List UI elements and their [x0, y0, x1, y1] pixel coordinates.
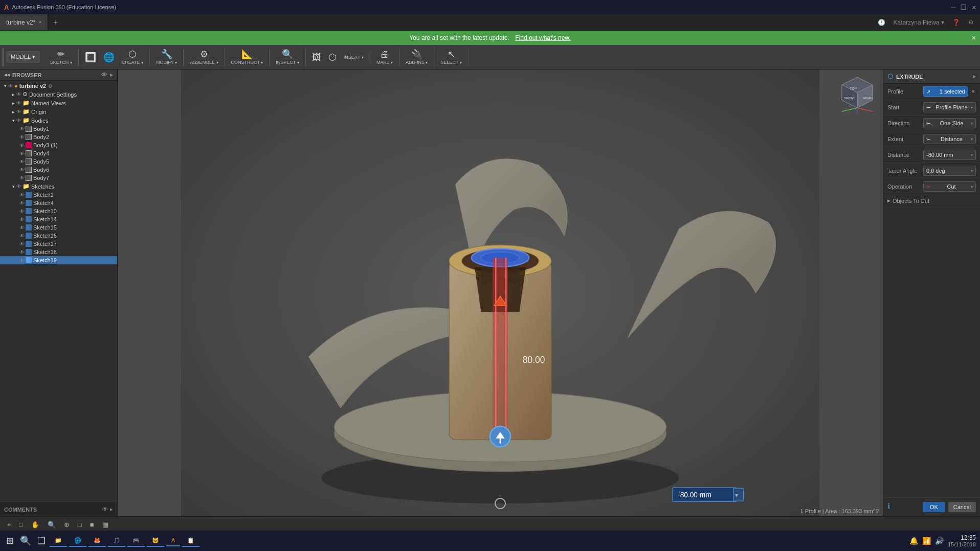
3d-viewport-canvas[interactable]: 80.00 -80.00 mm ▾	[118, 70, 883, 516]
eye-sketch10[interactable]: 👁	[19, 209, 25, 214]
create-surface-button[interactable]: 🌐	[100, 52, 118, 63]
tree-item-body1[interactable]: 👁 Body1	[0, 125, 117, 133]
addins-button[interactable]: 🔌 ADD-INS ▾	[403, 49, 431, 66]
tree-item-sketch19[interactable]: 👁 Sketch19	[0, 256, 117, 264]
taskbar-notepad[interactable]: 📋	[182, 535, 199, 547]
tab-close-button[interactable]: ×	[38, 19, 41, 25]
operation-value[interactable]: ✂ Cut ▾	[923, 181, 976, 192]
taskbar-edge[interactable]: 🌐	[69, 535, 86, 547]
eye-body6[interactable]: 👁	[19, 167, 25, 173]
eye-sketch15[interactable]: 👁	[19, 225, 25, 231]
taskbar-notification-icon[interactable]: 🔔	[909, 537, 918, 545]
eye-body5[interactable]: 👁	[19, 159, 25, 165]
user-name[interactable]: Katarzyna Piewa ▾	[894, 19, 944, 26]
browser-expand-icon[interactable]: ◂◂	[4, 72, 10, 78]
eye-body7[interactable]: 👁	[19, 175, 25, 181]
ok-button[interactable]: OK	[923, 502, 945, 512]
taskbar-firefox[interactable]: 🦊	[88, 535, 106, 547]
toggle-doc[interactable]: ▸	[10, 92, 16, 97]
taper-value[interactable]: 0.0 deg ▾	[923, 166, 976, 176]
tree-item-sketch1[interactable]: 👁 Sketch1	[0, 191, 117, 199]
tree-item-body4[interactable]: 👁 Body4	[0, 149, 117, 157]
objects-to-cut-section[interactable]: ▸ Objects To Cut	[883, 195, 980, 207]
construct-button[interactable]: 📐 CONSTRUCT ▾	[228, 49, 266, 66]
notification-link[interactable]: Find out what's new.	[515, 34, 570, 41]
taskbar-music[interactable]: 🎵	[108, 535, 125, 547]
taskbar-fusion[interactable]: A	[166, 535, 180, 546]
sketch-button[interactable]: ✏ SKETCH ▾	[47, 49, 75, 66]
profile-value[interactable]: ↗ 1 selected	[923, 86, 968, 97]
eye-turbine[interactable]: 👁	[8, 83, 13, 89]
eye-sketches[interactable]: 👁	[16, 183, 21, 189]
tree-item-named-views[interactable]: ▸ 👁 📁 Named Views	[0, 99, 117, 107]
task-view-button[interactable]: ❑	[35, 533, 48, 548]
select-button[interactable]: ↖ SELECT ▾	[437, 49, 464, 66]
modify-button[interactable]: 🔧 MODIFY ▾	[153, 49, 180, 66]
title-bar-right[interactable]: ─ ❐ ×	[951, 4, 976, 11]
grid-display-button[interactable]: ▦	[99, 520, 112, 530]
tree-item-sketch18[interactable]: 👁 Sketch18	[0, 248, 117, 256]
toggle-turbine[interactable]: ▾	[2, 83, 8, 88]
insert-mesh-button[interactable]: ⬡	[325, 52, 340, 63]
tree-item-sketch17[interactable]: 👁 Sketch17	[0, 240, 117, 248]
start-value[interactable]: ⊢ Profile Plane ▾	[923, 102, 976, 112]
minimize-button[interactable]: ─	[951, 4, 955, 11]
eye-body1[interactable]: 👁	[19, 126, 25, 132]
tree-item-turbine[interactable]: ▾ 👁 ● turbine v2 ⚙	[0, 82, 117, 90]
eye-doc[interactable]: 👁	[16, 91, 21, 97]
taskbar-github[interactable]: 🐱	[147, 535, 164, 547]
display-mode-button[interactable]: ■	[87, 520, 97, 530]
toolbar-handle[interactable]	[2, 48, 4, 66]
mode-selector[interactable]: MODEL ▾	[6, 51, 40, 63]
extent-value[interactable]: ⊢ Distance ▾	[923, 134, 976, 144]
eye-named-views[interactable]: 👁	[16, 100, 21, 106]
eye-body4[interactable]: 👁	[19, 151, 25, 156]
tree-item-doc-settings[interactable]: ▸ 👁 ⚙ Document Settings	[0, 90, 117, 99]
eye-sketch18[interactable]: 👁	[19, 249, 25, 255]
insert-image-button[interactable]: 🖼	[309, 52, 324, 63]
zoom-tool-button[interactable]: 🔍	[44, 520, 59, 530]
extrude-expand-icon[interactable]: ▸	[973, 73, 976, 80]
viewport[interactable]: 80.00 -80.00 mm ▾ TOP FRONT	[118, 70, 883, 516]
restore-button[interactable]: ❐	[961, 4, 967, 11]
tree-item-origin[interactable]: ▸ 👁 📁 Origin	[0, 107, 117, 116]
tree-item-sketch14[interactable]: 👁 Sketch14	[0, 215, 117, 223]
notification-close-button[interactable]: ×	[972, 34, 976, 42]
close-button[interactable]: ×	[972, 4, 976, 11]
eye-body2[interactable]: 👁	[19, 134, 25, 140]
toggle-sketches[interactable]: ▾	[10, 184, 16, 189]
inspect-button[interactable]: 🔍 INSPECT ▾	[273, 49, 302, 66]
make-button[interactable]: 🖨 MAKE ▾	[373, 49, 396, 66]
snap-tool-button[interactable]: ⌖	[4, 520, 14, 530]
active-tab[interactable]: turbine v2* ×	[0, 14, 48, 30]
grid-tool-button[interactable]: □	[16, 520, 26, 530]
new-tab-button[interactable]: +	[48, 14, 63, 30]
eye-origin[interactable]: 👁	[16, 109, 21, 114]
taskbar-network-icon[interactable]: 📶	[922, 537, 931, 545]
fit-tool-button[interactable]: ⊕	[61, 520, 73, 530]
tree-item-sketch10[interactable]: 👁 Sketch10	[0, 207, 117, 215]
taskbar-game[interactable]: 🎮	[127, 535, 145, 547]
taskbar-clock[interactable]: 12:35 15/11/2018	[948, 534, 976, 547]
browser-collapse-icon[interactable]: ▸	[110, 72, 113, 78]
comments-eye-icon[interactable]: 👁	[102, 506, 108, 513]
taskbar-volume-icon[interactable]: 🔊	[935, 537, 944, 545]
extrude-info-icon[interactable]: ℹ	[887, 502, 890, 512]
profile-clear-button[interactable]: ×	[970, 88, 976, 95]
eye-bodies[interactable]: 👁	[16, 118, 21, 123]
tree-item-sketch4[interactable]: 👁 Sketch4	[0, 199, 117, 207]
pan-tool-button[interactable]: ✋	[28, 520, 42, 530]
tree-item-body2[interactable]: 👁 Body2	[0, 133, 117, 141]
create-solid-button[interactable]: 🔳	[82, 52, 99, 63]
eye-sketch17[interactable]: 👁	[19, 241, 25, 247]
toggle-bodies[interactable]: ▾	[10, 118, 16, 123]
search-button[interactable]: 🔍	[18, 533, 33, 548]
eye-sketch14[interactable]: 👁	[19, 217, 25, 222]
eye-sketch4[interactable]: 👁	[19, 200, 25, 206]
direction-value[interactable]: ⊢ One Side ▾	[923, 118, 976, 128]
tree-item-body6[interactable]: 👁 Body6	[0, 166, 117, 174]
tree-item-bodies[interactable]: ▾ 👁 📁 Bodies	[0, 116, 117, 125]
view-cube[interactable]: TOP FRONT RIGHT	[837, 75, 878, 116]
insert-button[interactable]: INSERT ▾	[341, 54, 367, 61]
tree-item-sketch16[interactable]: 👁 Sketch16	[0, 232, 117, 240]
